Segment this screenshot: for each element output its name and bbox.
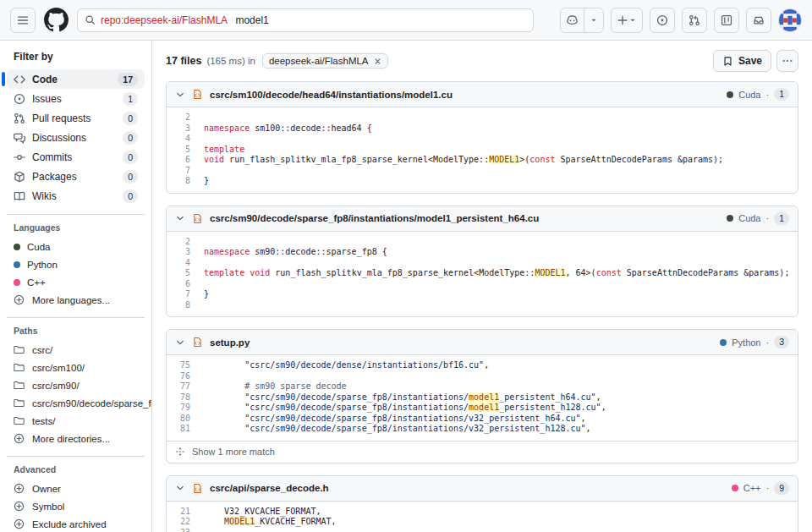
result-card: setup.py Python · 3 75 "csrc/sm90/decode…	[166, 329, 798, 463]
line-number: 2	[167, 112, 204, 123]
code-line: # sm90 sparse decode	[204, 381, 798, 392]
code-line: void run_flash_splitkv_mla_fp8_sparse_ke…	[204, 155, 798, 166]
search-match-highlight: model1	[469, 403, 499, 412]
chevron-down-icon[interactable]	[175, 337, 185, 348]
language-filter-cuda[interactable]: Cuda	[7, 238, 145, 255]
files-count: 17 files	[166, 55, 201, 67]
language-color-dot	[14, 279, 20, 286]
language-filter-label: Python	[27, 260, 58, 270]
language-color-dot	[727, 91, 733, 98]
code-line-row: 5 template void run_flash_splitkv_mla_fp…	[167, 268, 798, 279]
sidebar-item-discussions[interactable]: Discussions 0	[7, 128, 145, 147]
avatar-image	[779, 9, 801, 31]
language-label: C++	[743, 483, 761, 493]
more-options-button[interactable]	[776, 50, 798, 72]
chevron-down-icon[interactable]	[175, 483, 185, 493]
results-header: 17 files (165 ms) in deepseek-ai/FlashML…	[166, 49, 798, 73]
repo-filter-chip[interactable]: deepseek-ai/FlashMLA	[262, 53, 388, 69]
search-match-highlight: MODEL1	[489, 155, 519, 164]
sidebar-item-code[interactable]: Code 17	[7, 69, 145, 89]
avatar[interactable]	[778, 8, 802, 32]
plus-circle-icon	[14, 294, 25, 305]
save-button[interactable]: Save	[713, 50, 771, 72]
path-filter-csrc-sm90[interactable]: csrc/sm90/	[7, 376, 145, 394]
path-filter-csrc-sm90-decode-sparse-fp8[interactable]: csrc/sm90/decode/sparse_fp8/	[7, 394, 145, 412]
code-line-row: 7 }	[167, 289, 798, 300]
code-line-row: 2	[167, 112, 798, 123]
code-line: MODEL1_KVCACHE_FORMAT,	[204, 517, 798, 528]
chevron-down-icon[interactable]	[175, 90, 185, 100]
language-filter-python[interactable]: Python	[7, 255, 145, 273]
code-snippet: 2 3 namespace sm90::decode::sparse_fp8 {…	[167, 232, 798, 317]
hamburger-icon	[17, 14, 29, 26]
inbox-button[interactable]	[746, 8, 771, 33]
advanced-filter-owner[interactable]: Owner	[7, 480, 145, 497]
code-icon	[14, 74, 25, 85]
file-path-link[interactable]: csrc/api/sparse_decode.h	[210, 483, 329, 493]
sidebar-nav: Code 17 Issues 1 Pull requests 0 Discuss…	[7, 69, 145, 206]
show-more-matches-button[interactable]: Show 1 more match	[167, 441, 798, 463]
match-count-badge: 3	[774, 336, 789, 348]
sidebar-item-label: Wikis	[32, 190, 116, 202]
file-path-link[interactable]: csrc/sm90/decode/sparse_fp8/instantiatio…	[210, 213, 539, 223]
path-filter-label: csrc/sm90/decode/sparse_fp8/	[32, 398, 152, 409]
code-line: "csrc/sm90/decode/sparse_fp8/instantiati…	[204, 424, 798, 435]
sidebar-item-issues[interactable]: Issues 1	[7, 89, 145, 108]
github-mark-icon	[44, 8, 69, 32]
sidebar-item-wikis[interactable]: Wikis 0	[7, 186, 145, 206]
paths-section: Paths csrc/ csrc/sm100/ csrc/sm90/ csrc/…	[7, 317, 145, 447]
sidebar-item-packages[interactable]: Packages 0	[7, 167, 145, 186]
pull-requests-button[interactable]	[682, 8, 707, 33]
copilot-button[interactable]	[561, 8, 584, 32]
code-line-row: 2	[167, 237, 798, 248]
path-list: csrc/ csrc/sm100/ csrc/sm90/ csrc/sm90/d…	[7, 341, 145, 430]
code-line	[204, 528, 798, 532]
sidebar-item-commits[interactable]: Commits 0	[7, 147, 145, 167]
sidebar-item-pull-requests[interactable]: Pull requests 0	[7, 108, 145, 128]
code-line: namespace sm100::decode::head64 {	[204, 123, 798, 134]
code-line-row: 80 "csrc/sm90/decode/sparse_fp8/instanti…	[167, 414, 798, 425]
code-line: namespace sm90::decode::sparse_fp8 {	[204, 247, 798, 258]
folder-icon	[14, 398, 25, 409]
match-count-badge: 1	[774, 212, 789, 225]
advanced-filter-symbol[interactable]: Symbol	[7, 497, 145, 515]
repo-filter-label: deepseek-ai/FlashMLA	[269, 56, 369, 66]
search-term: model1	[233, 14, 269, 26]
issues-button[interactable]	[650, 8, 675, 33]
github-logo[interactable]	[44, 8, 69, 32]
path-filter-tests[interactable]: tests/	[7, 412, 145, 430]
code-line-row: 3 namespace sm90::decode::sparse_fp8 {	[167, 247, 798, 258]
file-path-link[interactable]: setup.py	[210, 337, 250, 348]
line-number: 5	[167, 268, 204, 279]
code-line: }	[204, 176, 798, 187]
projects-button[interactable]	[714, 8, 739, 33]
create-new-button[interactable]	[612, 8, 642, 32]
file-path-link[interactable]: csrc/sm100/decode/head64/instantiations/…	[210, 90, 453, 100]
language-filter-c[interactable]: C++	[7, 273, 145, 291]
topbar: repo:deepseek-ai/FlashMLA model1	[0, 0, 812, 41]
more-directories-button[interactable]: More directories...	[7, 430, 145, 447]
code-line-row: 76	[167, 371, 798, 382]
package-icon	[14, 171, 25, 183]
plus-circle-icon	[14, 501, 25, 512]
result-card-header: setup.py Python · 3	[167, 330, 798, 355]
close-icon[interactable]	[374, 58, 381, 65]
plus-icon	[617, 14, 628, 26]
code-line-row: 3 namespace sm100::decode::head64 {	[167, 123, 798, 134]
path-filter-csrc-sm100[interactable]: csrc/sm100/	[7, 359, 145, 376]
bookmark-icon	[722, 56, 733, 67]
path-filter-csrc[interactable]: csrc/	[7, 341, 145, 359]
sidebar-title: Filter by	[7, 49, 145, 69]
more-languages-button[interactable]: More languages...	[7, 291, 145, 309]
kebab-icon	[782, 55, 793, 67]
copilot-menu-button[interactable]	[584, 8, 603, 32]
card-meta: Cuda · 1	[727, 88, 789, 101]
meta-separator: ·	[765, 90, 769, 100]
chevron-down-icon[interactable]	[175, 213, 185, 223]
language-filter-label: C++	[27, 277, 46, 288]
global-menu-button[interactable]	[10, 8, 36, 33]
code-line-row: 7	[167, 166, 798, 177]
advanced-filter-exclude-archived[interactable]: Exclude archived	[7, 515, 145, 532]
search-input[interactable]: repo:deepseek-ai/FlashMLA model1	[77, 8, 534, 32]
plus-circle-icon	[14, 518, 25, 529]
